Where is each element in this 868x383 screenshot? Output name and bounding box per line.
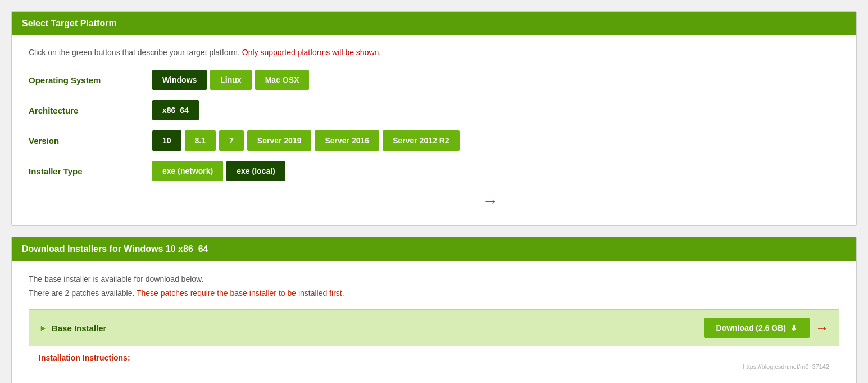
download-panel-title: Download Installers for Windows 10 x86_6… xyxy=(22,244,208,254)
select-platform-header: Select Target Platform xyxy=(12,12,856,35)
version-btn-7[interactable]: 7 xyxy=(219,130,244,151)
description-text: Click on the green buttons that describe… xyxy=(29,47,839,58)
installer-label: Installer Type xyxy=(29,166,152,176)
download-panel-body: The base installer is available for down… xyxy=(12,261,856,383)
os-btn-group: Windows Linux Mac OSX xyxy=(152,70,309,90)
os-btn-windows[interactable]: Windows xyxy=(152,70,207,90)
select-platform-body: Click on the green buttons that describe… xyxy=(12,35,856,225)
select-platform-title: Select Target Platform xyxy=(22,19,117,28)
installer-btn-local[interactable]: exe (local) xyxy=(226,161,285,181)
desc-part2: Only supported platforms will be shown. xyxy=(242,48,381,57)
version-btn-10[interactable]: 10 xyxy=(152,130,181,151)
arch-row: Architecture x86_64 xyxy=(29,100,839,120)
arch-btn-x86_64[interactable]: x86_64 xyxy=(152,100,199,120)
download-panel-header: Download Installers for Windows 10 x86_6… xyxy=(12,237,856,261)
base-installer-bar: ► Base Installer Download (2.6 GB) ⬇ → xyxy=(29,309,839,346)
right-arrow-icon: → xyxy=(483,193,498,209)
download-info-line1: The base installer is available for down… xyxy=(29,272,839,286)
download-btn-label: Download (2.6 GB) xyxy=(716,323,786,332)
version-btn-group: 10 8.1 7 Server 2019 Server 2016 Server … xyxy=(152,130,460,151)
arrow-row: → xyxy=(29,191,839,211)
download-btn-area: Download (2.6 GB) ⬇ → xyxy=(704,318,829,338)
desc-part1: Click on the green buttons that describe… xyxy=(29,48,240,57)
arch-label: Architecture xyxy=(29,106,152,115)
download-right-arrow-icon: → xyxy=(815,320,829,336)
download-button[interactable]: Download (2.6 GB) ⬇ xyxy=(704,318,810,338)
os-row: Operating System Windows Linux Mac OSX xyxy=(29,70,839,90)
download-info-line2: There are 2 patches available. These pat… xyxy=(29,286,839,300)
installer-btn-group: exe (network) exe (local) xyxy=(152,161,285,181)
installation-section: Installation Instructions: xyxy=(29,346,839,362)
url-text: https://blog.csdn.net/m0_37142 xyxy=(743,363,830,370)
installer-row: Installer Type exe (network) exe (local) xyxy=(29,161,839,181)
version-btn-server2012r2[interactable]: Server 2012 R2 xyxy=(383,130,459,151)
download-info: The base installer is available for down… xyxy=(29,272,839,300)
installer-btn-network[interactable]: exe (network) xyxy=(152,161,223,181)
arch-btn-group: x86_64 xyxy=(152,100,199,120)
base-installer-label: Base Installer xyxy=(52,323,107,333)
patches-count: There are 2 patches available. xyxy=(29,289,134,298)
version-btn-server2016[interactable]: Server 2016 xyxy=(315,130,379,151)
os-btn-linux[interactable]: Linux xyxy=(210,70,251,90)
download-panel: Download Installers for Windows 10 x86_6… xyxy=(11,237,857,383)
installation-label: Installation Instructions: xyxy=(39,353,130,362)
version-btn-81[interactable]: 8.1 xyxy=(185,130,216,151)
chevron-right-icon: ► xyxy=(39,323,47,332)
version-label: Version xyxy=(29,136,152,146)
download-icon: ⬇ xyxy=(790,323,797,332)
os-label: Operating System xyxy=(29,75,152,85)
patches-warning: These patches require the base installer… xyxy=(137,289,344,298)
version-row: Version 10 8.1 7 Server 2019 Server 2016… xyxy=(29,130,839,151)
base-installer-left: ► Base Installer xyxy=(39,323,106,333)
os-btn-macosx[interactable]: Mac OSX xyxy=(255,70,310,90)
bottom-url: https://blog.csdn.net/m0_37142 xyxy=(29,362,839,370)
select-platform-panel: Select Target Platform Click on the gree… xyxy=(11,11,857,226)
version-btn-server2019[interactable]: Server 2019 xyxy=(247,130,312,151)
